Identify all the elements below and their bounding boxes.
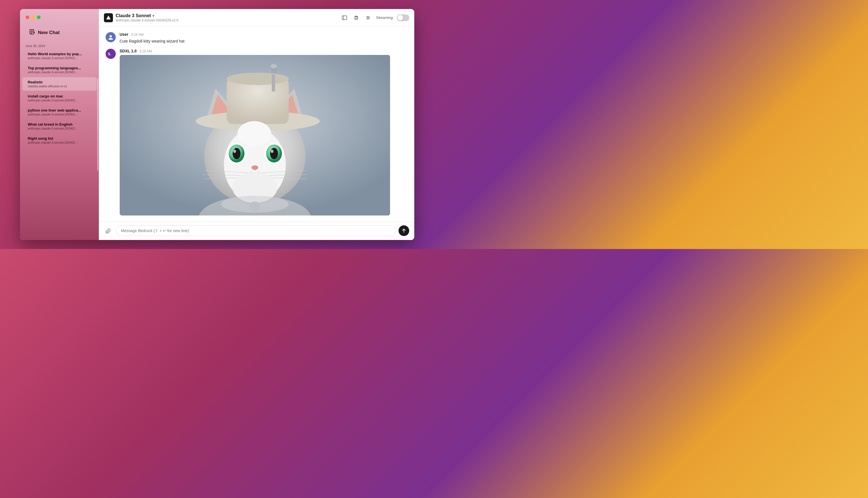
sdxl-author-label: SDXL 1.0	[120, 49, 136, 53]
delete-button[interactable]	[352, 14, 360, 22]
svg-point-36	[233, 148, 240, 159]
svg-point-14	[368, 17, 369, 18]
svg-point-13	[367, 16, 368, 17]
minimize-button[interactable]	[31, 15, 35, 19]
svg-rect-5	[342, 16, 347, 20]
attach-button[interactable]	[104, 226, 113, 235]
close-button[interactable]	[26, 15, 29, 19]
sdxl-message-time: 3:16 AM	[140, 49, 152, 53]
chat-item-title-2: Realistic	[28, 80, 91, 84]
svg-marker-4	[106, 15, 111, 19]
chat-item-title-5: What cat breed in English	[28, 122, 91, 127]
chat-item-title-6: Right song list	[28, 136, 91, 141]
user-avatar	[106, 32, 116, 42]
user-author-label: User	[120, 32, 129, 37]
main-layout: New Chat June 30, 2024 Hello World examp…	[20, 9, 414, 240]
generated-image	[120, 55, 390, 215]
sidebar: New Chat June 30, 2024 Hello World examp…	[20, 9, 99, 240]
settings-button[interactable]	[364, 14, 372, 22]
chat-item-sub-1: anthropic.claude-3-sonnet-202402...	[28, 70, 91, 74]
header-title-group: Claude 3 Sonnet ▾ anthropic.claude-3-son…	[116, 13, 338, 22]
header: Claude 3 Sonnet ▾ anthropic.claude-3-son…	[99, 9, 414, 26]
traffic-lights	[26, 15, 41, 19]
chat-item-4[interactable]: python one liner web applica...anthropic…	[22, 105, 96, 119]
svg-point-32	[271, 64, 277, 68]
main-content: Claude 3 Sonnet ▾ anthropic.claude-3-son…	[99, 9, 414, 240]
svg-text:S.: S.	[108, 52, 111, 56]
message-row-sdxl: S. SDXL 1.0 3:16 AM	[106, 49, 408, 215]
sdxl-message-content: SDXL 1.0 3:16 AM	[120, 49, 408, 215]
model-id: anthropic.claude-3-sonnet-20240229-v1:0	[116, 18, 338, 22]
send-button[interactable]	[398, 225, 409, 236]
chat-item-sub-0: anthropic.claude-3-sonnet-202402...	[28, 56, 91, 60]
chat-item-title-1: Top programming languages...	[28, 66, 91, 70]
svg-point-15	[367, 18, 368, 19]
sidebar-top	[20, 9, 99, 24]
svg-point-37	[233, 149, 236, 153]
chat-item-2[interactable]: Realisticstability.stable-diffusion-xl-v…	[22, 77, 96, 91]
sdxl-avatar: S.	[106, 49, 116, 59]
svg-point-28	[227, 73, 289, 85]
scrollbar-indicator	[97, 78, 98, 171]
chat-item-title-0: Hello World examples by pop...	[28, 52, 91, 56]
model-name: Claude 3 Sonnet ▾	[116, 13, 338, 18]
user-message-content: User 3:16 AM Cute Ragdoll kitty wearing …	[120, 32, 408, 44]
chat-item-sub-6: anthropic.claude-3-sonnet-202402...	[28, 141, 91, 144]
new-chat-icon	[29, 29, 35, 36]
chat-item-sub-5: anthropic.claude-3-sonnet-202402...	[28, 127, 91, 130]
streaming-toggle[interactable]	[397, 14, 409, 21]
chat-item-title-4: python one liner web applica...	[28, 108, 91, 113]
sidebar-toggle-button[interactable]	[341, 14, 348, 22]
new-chat-label: New Chat	[38, 30, 60, 36]
chat-item-title-3: install cargo on mac	[28, 94, 91, 98]
svg-rect-7	[355, 17, 358, 19]
new-chat-button[interactable]: New Chat	[23, 25, 95, 40]
chat-item-5[interactable]: What cat breed in Englishanthropic.claud…	[22, 119, 96, 133]
message-row-user: User 3:16 AM Cute Ragdoll kitty wearing …	[106, 32, 408, 44]
chat-item-6[interactable]: Right song listanthropic.claude-3-sonnet…	[22, 133, 96, 147]
header-actions: Streaming	[341, 14, 409, 22]
chat-item-0[interactable]: Hello World examples by pop...anthropic.…	[22, 49, 96, 63]
chat-item-sub-4: anthropic.claude-3-sonnet-202402...	[28, 113, 91, 116]
sdxl-message-header: SDXL 1.0 3:16 AM	[120, 49, 408, 53]
anthropic-logo	[104, 13, 113, 22]
message-input[interactable]	[116, 225, 396, 236]
fullscreen-button[interactable]	[37, 15, 41, 19]
input-bar	[99, 221, 414, 240]
user-message-header: User 3:16 AM	[120, 32, 408, 37]
chat-item-3[interactable]: install cargo on macanthropic.claude-3-s…	[22, 91, 96, 105]
app-window: New Chat June 30, 2024 Hello World examp…	[20, 9, 414, 240]
chat-item-sub-3: anthropic.claude-3-sonnet-202402...	[28, 99, 91, 102]
user-message-text: Cute Ragdoll kitty wearing wizard hat	[120, 38, 408, 44]
user-message-time: 3:16 AM	[131, 33, 144, 37]
svg-point-16	[109, 35, 112, 38]
chat-item-1[interactable]: Top programming languages...anthropic.cl…	[22, 63, 96, 77]
chat-item-sub-2: stability.stable-diffusion-xl-v1	[28, 84, 91, 88]
chat-area: User 3:16 AM Cute Ragdoll kitty wearing …	[99, 26, 414, 221]
svg-point-52	[249, 201, 261, 211]
svg-rect-29	[272, 72, 275, 92]
svg-point-41	[271, 149, 274, 153]
chevron-down-icon[interactable]: ▾	[153, 14, 154, 18]
chat-list: Hello World examples by pop...anthropic.…	[20, 49, 99, 240]
streaming-label: Streaming	[376, 15, 393, 20]
svg-point-33	[237, 121, 271, 146]
date-group-label: June 30, 2024	[20, 41, 99, 49]
svg-point-43	[251, 165, 258, 170]
toggle-knob	[397, 15, 403, 21]
svg-point-40	[270, 148, 278, 159]
